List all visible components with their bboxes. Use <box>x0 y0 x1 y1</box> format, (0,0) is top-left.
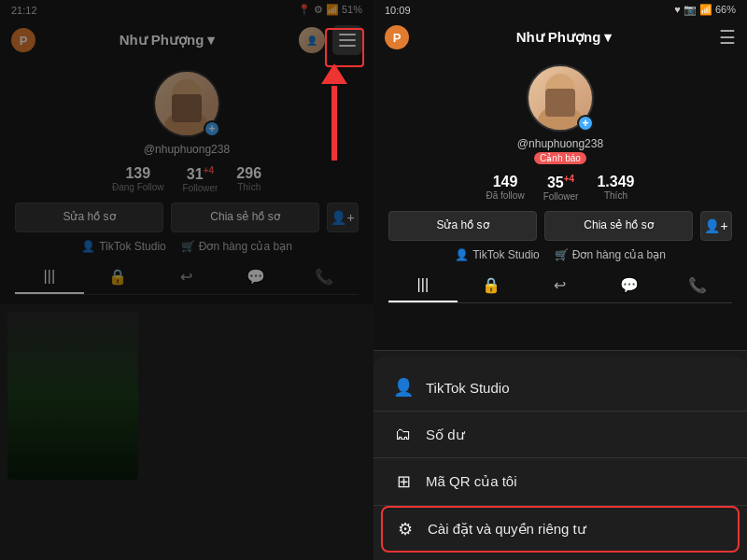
right-tabs-row: ||| 🔒 ↩ 💬 📞 <box>388 269 732 303</box>
right-top-bar: P Như Phượng ▾ ☰ <box>374 20 747 55</box>
right-menu-balance[interactable]: 🗂 Số dư <box>374 412 747 457</box>
arrow-head <box>321 63 347 84</box>
right-tab-chat[interactable]: 💬 <box>595 269 664 302</box>
right-avatar-wrapper: + <box>527 64 594 132</box>
left-arrow <box>321 63 347 161</box>
right-content-area <box>374 313 747 350</box>
left-dim-overlay <box>0 0 374 560</box>
right-title-text: Như Phượng <box>516 29 601 46</box>
right-add-friend-button[interactable]: 👤+ <box>700 211 732 241</box>
right-top-icons: ☰ <box>719 26 736 49</box>
right-top-title: Như Phượng ▾ <box>516 29 613 46</box>
arrow-shaft <box>331 86 337 161</box>
right-p-badge: P <box>385 25 409 49</box>
right-tab-live[interactable]: 📞 <box>663 269 732 302</box>
right-add-button[interactable]: + <box>577 115 594 132</box>
svg-rect-5 <box>545 89 575 117</box>
right-studio-link[interactable]: 👤 TikTok Studio <box>455 248 540 261</box>
left-menu-highlight <box>325 28 364 67</box>
studio-label: TikTok Studio <box>426 380 509 396</box>
right-stat-likes: 1.349 Thích <box>597 174 634 202</box>
right-share-button[interactable]: Chia sẻ hồ sơ <box>544 211 693 241</box>
right-links-row: 👤 TikTok Studio 🛒 Đơn hàng của bạn <box>455 248 666 261</box>
balance-icon: 🗂 <box>392 425 415 444</box>
right-tab-videos[interactable]: ||| <box>388 269 458 302</box>
settings-label: Cài đặt và quyền riêng tư <box>428 521 586 538</box>
right-username: @nhuphuong238 <box>517 137 603 150</box>
right-tab-private[interactable]: 🔒 <box>458 269 527 302</box>
right-panel: 10:09 ♥ 📷 📶 66% P Như Phượng ▾ ☰ + @nhup… <box>374 0 747 560</box>
right-profile-section: + @nhuphuong238 Cảnh báo 149 Đã follow 3… <box>374 55 747 313</box>
left-panel: 21:12 📍 ⚙ 📶 51% P Như Phượng ▾ 👤 <box>0 0 374 560</box>
right-stat-following: 149 Đã follow <box>486 174 525 202</box>
balance-label: Số dư <box>426 427 465 443</box>
right-dropdown-menu: 👤 TikTok Studio 🗂 Số dư ⊞ Mã QR của tôi … <box>374 357 747 560</box>
right-orders-link[interactable]: 🛒 Đơn hàng của bạn <box>555 248 666 261</box>
right-menu-qr[interactable]: ⊞ Mã QR của tôi <box>374 458 747 505</box>
qr-icon: ⊞ <box>392 471 415 492</box>
right-tab-repost[interactable]: ↩ <box>526 269 595 302</box>
qr-label: Mã QR của tôi <box>426 473 517 490</box>
right-warning-badge: Cảnh báo <box>534 152 586 164</box>
right-stats-row: 149 Đã follow 35+4 Follower 1.349 Thích <box>486 174 635 202</box>
settings-icon: ⚙ <box>394 519 416 539</box>
right-edit-button[interactable]: Sửa hồ sơ <box>388 211 537 241</box>
right-stat-followers: 35+4 Follower <box>543 174 579 202</box>
right-share-icon[interactable]: ☰ <box>719 26 736 49</box>
right-time: 10:09 <box>385 5 411 16</box>
studio-icon: 👤 <box>392 377 415 398</box>
right-chevron-icon: ▾ <box>604 29 612 46</box>
right-action-row: Sửa hồ sơ Chia sẻ hồ sơ 👤+ <box>388 211 732 241</box>
right-menu-studio[interactable]: 👤 TikTok Studio <box>374 364 747 411</box>
right-menu-settings[interactable]: ⚙ Cài đặt và quyền riêng tư <box>381 506 740 553</box>
right-status-bar: 10:09 ♥ 📷 📶 66% <box>374 0 747 20</box>
right-status-icons: ♥ 📷 📶 66% <box>674 4 736 16</box>
